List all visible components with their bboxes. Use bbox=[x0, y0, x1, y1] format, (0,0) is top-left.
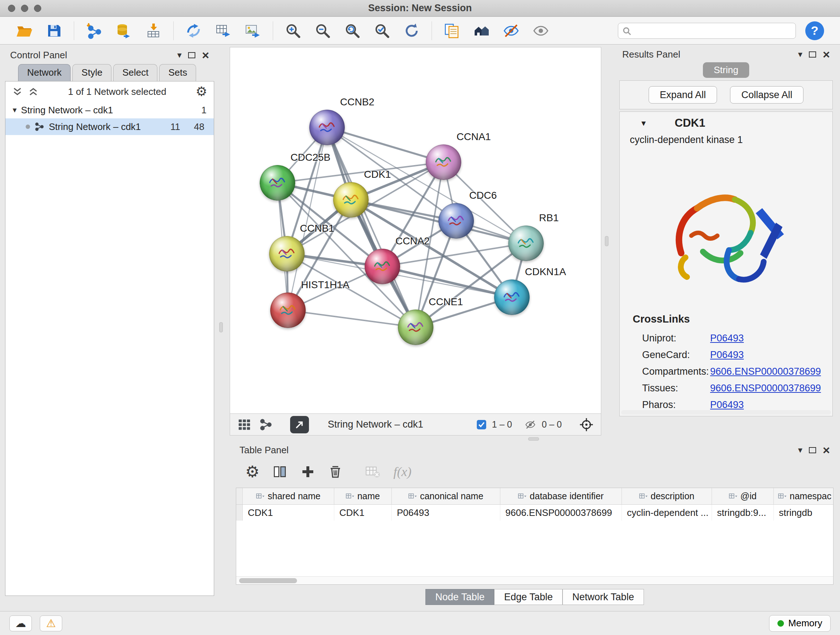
zoom-out-button[interactable] bbox=[311, 19, 334, 42]
close-panel-icon[interactable]: × bbox=[823, 51, 830, 58]
export-image-button[interactable] bbox=[241, 19, 264, 42]
results-scrollbar[interactable] bbox=[621, 410, 831, 415]
table-settings-button[interactable]: ⚙ bbox=[245, 465, 259, 478]
tab-style[interactable]: Style bbox=[73, 64, 111, 81]
expand-all-icon[interactable] bbox=[28, 86, 39, 97]
table-cell[interactable]: CDK1 bbox=[243, 505, 334, 521]
column-header-shared-name[interactable]: shared name bbox=[243, 488, 334, 504]
horizontal-splitter-handle[interactable] bbox=[528, 437, 539, 440]
help-button[interactable]: ? bbox=[805, 21, 824, 40]
apply-function-button[interactable]: f(x) bbox=[393, 464, 411, 479]
float-panel-icon[interactable] bbox=[809, 51, 816, 57]
crosshair-icon[interactable] bbox=[579, 417, 594, 432]
tab-node-table[interactable]: Node Table bbox=[425, 589, 494, 605]
hidden-eye-icon[interactable] bbox=[524, 419, 537, 430]
collapse-protein-icon[interactable]: ▾ bbox=[641, 118, 646, 128]
show-all-button[interactable] bbox=[529, 19, 553, 42]
delete-column-button[interactable] bbox=[328, 464, 343, 479]
zoom-fit-button[interactable] bbox=[341, 19, 364, 42]
tab-network[interactable]: Network bbox=[18, 64, 71, 81]
network-node-ccna1[interactable] bbox=[426, 144, 461, 180]
table-cell[interactable]: stringdb bbox=[774, 505, 834, 521]
network-edge[interactable] bbox=[327, 127, 416, 327]
column-header--id[interactable]: @id bbox=[712, 488, 774, 504]
close-panel-icon[interactable]: × bbox=[202, 51, 209, 59]
network-edge[interactable] bbox=[327, 127, 444, 162]
table-cell[interactable]: CDK1 bbox=[334, 505, 392, 521]
close-window-button[interactable] bbox=[8, 5, 15, 12]
network-options-gear-icon[interactable]: ⚙ bbox=[196, 85, 207, 98]
network-node-ccna2[interactable] bbox=[365, 249, 400, 284]
network-node-hist1h1a[interactable] bbox=[270, 293, 306, 328]
expand-all-button[interactable]: Expand All bbox=[649, 86, 717, 103]
float-panel-icon[interactable] bbox=[188, 52, 195, 58]
scrollbar-thumb[interactable] bbox=[239, 578, 297, 583]
crosslink-link[interactable]: 9606.ENSP00000378699 bbox=[710, 383, 821, 394]
network-node-cdk1[interactable] bbox=[333, 182, 369, 218]
column-header-name[interactable]: name bbox=[334, 488, 392, 504]
collapse-all-icon[interactable] bbox=[12, 86, 23, 97]
tab-edge-table[interactable]: Edge Table bbox=[494, 589, 562, 605]
delete-table-button[interactable] bbox=[365, 465, 380, 478]
left-splitter-handle[interactable] bbox=[219, 322, 223, 333]
tab-string[interactable]: String bbox=[703, 62, 749, 78]
network-node-rb1[interactable] bbox=[508, 226, 544, 261]
refresh-view-button[interactable] bbox=[400, 19, 423, 42]
collapse-all-button[interactable]: Collapse All bbox=[730, 86, 804, 103]
table-cell[interactable]: 9606.ENSP00000378699 bbox=[500, 505, 622, 521]
network-node-ccne1[interactable] bbox=[398, 310, 433, 345]
column-header-canonical-name[interactable]: canonical name bbox=[392, 488, 500, 504]
tab-network-table[interactable]: Network Table bbox=[562, 589, 644, 605]
birdseye-grid-icon[interactable] bbox=[237, 418, 251, 432]
close-panel-icon[interactable]: × bbox=[823, 447, 830, 454]
panel-menu-icon[interactable]: ▾ bbox=[798, 445, 802, 455]
crosslink-link[interactable]: P06493 bbox=[710, 399, 744, 410]
network-node-cdkn1a[interactable] bbox=[494, 279, 530, 315]
save-session-button[interactable] bbox=[42, 19, 65, 42]
zoom-in-button[interactable] bbox=[281, 19, 305, 42]
table-cell[interactable]: cyclin-dependent ... bbox=[622, 505, 712, 521]
import-table-button[interactable] bbox=[142, 19, 165, 42]
crosslink-link[interactable]: P06493 bbox=[710, 333, 744, 344]
create-column-button[interactable] bbox=[301, 464, 315, 479]
selected-checkbox-icon[interactable] bbox=[476, 419, 487, 430]
memory-button[interactable]: Memory bbox=[769, 615, 831, 632]
network-node-cdc6[interactable] bbox=[439, 203, 474, 239]
import-database-button[interactable] bbox=[112, 19, 135, 42]
hide-selected-button[interactable] bbox=[500, 19, 523, 42]
minimize-window-button[interactable] bbox=[21, 5, 28, 12]
column-header-namespac[interactable]: namespac bbox=[774, 488, 834, 504]
search-input[interactable] bbox=[618, 23, 796, 39]
table-row[interactable]: CDK1CDK1P064939606.ENSP00000378699cyclin… bbox=[236, 505, 833, 521]
crosslink-link[interactable]: P06493 bbox=[710, 349, 744, 361]
open-session-button[interactable] bbox=[13, 19, 36, 42]
network-row[interactable]: String Network – cdk1 11 48 bbox=[5, 119, 214, 135]
export-table-button[interactable] bbox=[212, 19, 235, 42]
table-cell[interactable]: P06493 bbox=[392, 505, 500, 521]
tab-sets[interactable]: Sets bbox=[159, 64, 196, 81]
column-header-database-identifier[interactable]: database identifier bbox=[500, 488, 622, 504]
network-edge[interactable] bbox=[288, 310, 416, 327]
collapse-triangle-icon[interactable]: ▾ bbox=[13, 105, 17, 115]
panel-menu-icon[interactable]: ▾ bbox=[177, 50, 182, 60]
copy-button[interactable] bbox=[440, 19, 463, 42]
cloud-status-button[interactable]: ☁ bbox=[9, 616, 32, 631]
network-share-icon[interactable] bbox=[259, 418, 273, 432]
network-node-ccnb2[interactable] bbox=[309, 110, 345, 145]
network-canvas[interactable]: CCNB2CCNA1CDC25BCDK1CDC6RB1CCNB1CCNA2CDK… bbox=[230, 47, 601, 414]
network-collection-row[interactable]: ▾ String Network – cdk1 1 bbox=[5, 102, 214, 119]
table-cell[interactable]: stringdb:9... bbox=[712, 505, 774, 521]
home-button[interactable] bbox=[470, 19, 493, 42]
zoom-window-button[interactable] bbox=[34, 5, 41, 12]
table-horizontal-scrollbar[interactable] bbox=[236, 576, 833, 584]
show-columns-button[interactable] bbox=[272, 464, 287, 479]
network-node-cdc25b[interactable] bbox=[260, 165, 295, 201]
column-header-description[interactable]: description bbox=[622, 488, 712, 504]
float-panel-icon[interactable] bbox=[809, 447, 816, 453]
panel-menu-icon[interactable]: ▾ bbox=[798, 49, 802, 59]
crosslink-link[interactable]: 9606.ENSP00000378699 bbox=[710, 366, 821, 377]
tab-select[interactable]: Select bbox=[113, 64, 157, 81]
zoom-selected-button[interactable] bbox=[370, 19, 393, 42]
network-node-ccnb1[interactable] bbox=[269, 236, 305, 272]
warnings-button[interactable]: ⚠ bbox=[40, 616, 62, 631]
